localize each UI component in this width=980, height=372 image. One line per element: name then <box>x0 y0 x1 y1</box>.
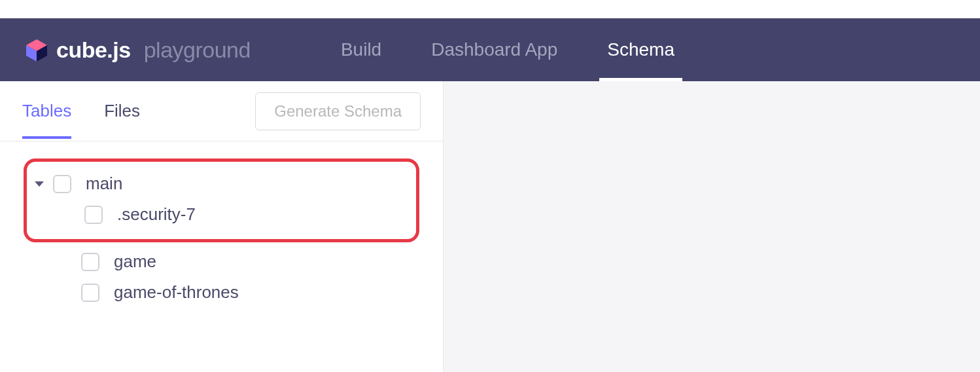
sidebar: Tables Files Generate Schema main .secur… <box>0 81 444 372</box>
brand-name: cube.js <box>56 37 131 63</box>
nav-schema[interactable]: Schema <box>582 18 699 81</box>
annotation-highlight: main .security-7 <box>24 158 419 242</box>
tree-label: game-of-thrones <box>114 282 239 303</box>
checkbox-security-7[interactable] <box>84 206 103 224</box>
tree-item-security-7[interactable]: .security-7 <box>27 199 416 230</box>
tree-label: .security-7 <box>117 204 196 225</box>
nav-build[interactable]: Build <box>316 18 406 81</box>
sidebar-tabs: Tables Files <box>22 84 140 138</box>
tree-label: game <box>114 251 156 272</box>
content-area: Tables Files Generate Schema main .secur… <box>0 81 980 372</box>
tree-item-game[interactable]: game <box>0 246 443 277</box>
caret-down-icon[interactable] <box>35 181 44 187</box>
main-nav: Build Dashboard App Schema <box>316 18 699 81</box>
main-content-area <box>444 81 980 372</box>
checkbox-main[interactable] <box>53 175 71 193</box>
checkbox-game-of-thrones[interactable] <box>81 284 99 302</box>
tree-label: main <box>86 174 122 194</box>
generate-schema-button[interactable]: Generate Schema <box>255 92 421 130</box>
app-header: cube.js playground Build Dashboard App S… <box>0 18 980 81</box>
tree-item-game-of-thrones[interactable]: game-of-thrones <box>0 277 443 308</box>
checkbox-game[interactable] <box>81 253 99 271</box>
tree-root-main[interactable]: main <box>27 168 416 199</box>
tab-files[interactable]: Files <box>104 84 140 138</box>
sidebar-header: Tables Files Generate Schema <box>0 81 443 141</box>
logo-section: cube.js playground <box>24 37 251 63</box>
tables-tree: main .security-7 game game-of-thrones <box>0 141 443 321</box>
brand-suffix: playground <box>144 37 251 63</box>
nav-dashboard-app[interactable]: Dashboard App <box>406 18 582 81</box>
browser-top-bar <box>0 0 980 18</box>
cubejs-logo-icon <box>24 37 50 63</box>
tab-tables[interactable]: Tables <box>22 84 71 138</box>
